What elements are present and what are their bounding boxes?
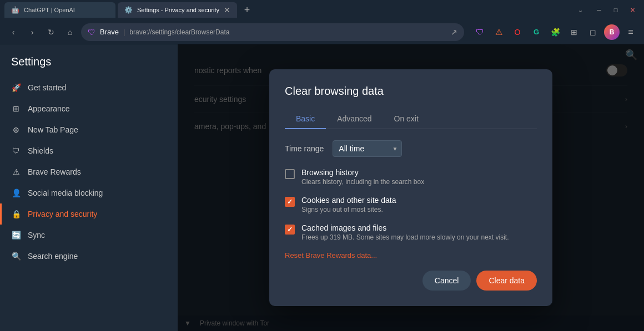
tab-advanced[interactable]: Advanced — [326, 109, 383, 129]
main-content: Settings 🚀 Get started ⊞ Appearance ⊕ Ne… — [0, 44, 644, 331]
cached-images-desc: Frees up 319 MB. Some sites may load mor… — [301, 233, 537, 241]
sidebar-label-sync: Sync — [28, 231, 45, 240]
browsing-history-checkbox[interactable] — [285, 169, 295, 179]
time-range-label: Time range — [285, 144, 324, 153]
sidebar-label-social: Social media blocking — [28, 189, 103, 197]
sidebar-label-appearance: Appearance — [28, 104, 70, 113]
time-range-select-wrapper: Last hour Last 24 hours Last 7 days Last… — [333, 140, 402, 157]
time-range-row: Time range Last hour Last 24 hours Last … — [285, 140, 537, 157]
profile-icon[interactable]: B — [604, 24, 620, 40]
cached-images-checkbox[interactable]: ✓ — [285, 225, 295, 235]
reset-rewards-link[interactable]: Reset Brave Rewards data... — [285, 251, 537, 259]
cancel-button[interactable]: Cancel — [422, 271, 471, 291]
tab-overflow-button[interactable]: ⌄ — [573, 4, 587, 16]
tab-settings-label: Settings - Privacy and security — [137, 7, 219, 13]
time-range-select[interactable]: Last hour Last 24 hours Last 7 days Last… — [333, 140, 402, 157]
tab-basic[interactable]: Basic — [285, 109, 326, 129]
url-bar[interactable]: 🛡 Brave | brave://settings/clearBrowserD… — [81, 23, 464, 41]
appearance-icon: ⊞ — [11, 104, 21, 114]
sidebar-label-search: Search engine — [28, 252, 78, 261]
dialog-buttons: Cancel Clear data — [285, 271, 537, 291]
clear-browsing-data-dialog: Clear browsing data Basic Advanced On ex… — [269, 69, 552, 306]
grammarly-icon[interactable]: G — [529, 24, 544, 40]
sync-icon: 🔄 — [11, 230, 21, 240]
cookies-label: Cookies and other site data — [301, 196, 537, 205]
cached-images-checkmark: ✓ — [287, 226, 293, 233]
sidebar-item-sync[interactable]: 🔄 Sync — [0, 225, 178, 246]
extensions-icon[interactable]: 🧩 — [547, 24, 563, 40]
wallet-icon[interactable]: ◻ — [585, 24, 601, 40]
brave-shield-icon[interactable]: 🛡 — [472, 24, 487, 40]
new-tab-button[interactable]: + — [239, 2, 255, 18]
url-brand: Brave — [100, 28, 119, 36]
forward-button[interactable]: › — [24, 24, 40, 40]
menu-icon[interactable]: ≡ — [623, 24, 638, 40]
cookies-checkmark: ✓ — [287, 198, 293, 206]
rewards-icon: ⚠ — [11, 167, 21, 177]
cached-images-label: Cached images and files — [301, 223, 537, 232]
tab-on-exit[interactable]: On exit — [383, 109, 430, 129]
browsing-history-item: Browsing history Clears history, includi… — [285, 168, 537, 186]
sidebar-label-privacy: Privacy and security — [28, 210, 97, 218]
search-icon: 🔍 — [11, 251, 21, 261]
sidebar-item-social-media[interactable]: 👤 Social media blocking — [0, 182, 178, 203]
new-tab-icon: ⊕ — [11, 125, 21, 135]
cached-images-item: ✓ Cached images and files Frees up 319 M… — [285, 223, 537, 241]
close-window-button[interactable]: ✕ — [625, 4, 640, 16]
dialog-title: Clear browsing data — [285, 85, 537, 98]
sidebar-item-appearance[interactable]: ⊞ Appearance — [0, 98, 178, 119]
privacy-icon: 🔒 — [11, 209, 21, 219]
sidebar-title: Settings — [0, 55, 178, 77]
tab-chatgpt-icon: 🤖 — [11, 6, 19, 14]
home-button[interactable]: ⌂ — [62, 24, 78, 40]
sidebar-item-search-engine[interactable]: 🔍 Search engine — [0, 246, 178, 267]
tab-advanced-label: Advanced — [337, 114, 371, 123]
title-bar: 🤖 ChatGPT | OpenAI ⚙️ Settings - Privacy… — [0, 0, 644, 20]
sidebar-label-shields: Shields — [28, 146, 53, 155]
address-bar: ‹ › ↻ ⌂ 🛡 Brave | brave://settings/clear… — [0, 20, 644, 44]
sidebar-item-shields[interactable]: 🛡 Shields — [0, 140, 178, 161]
reload-button[interactable]: ↻ — [43, 24, 59, 40]
sidebar-item-get-started[interactable]: 🚀 Get started — [0, 77, 178, 98]
cookies-desc: Signs you out of most sites. — [301, 206, 537, 213]
url-address: brave://settings/clearBrowserData — [129, 28, 229, 36]
maximize-button[interactable]: □ — [608, 4, 623, 16]
page-area: nostic reports when ecurity settings › a… — [178, 44, 644, 331]
back-button[interactable]: ‹ — [6, 24, 21, 40]
social-icon: 👤 — [11, 188, 21, 198]
tab-chatgpt-label: ChatGPT | OpenAI — [24, 7, 75, 13]
url-separator: | — [123, 28, 125, 36]
minimize-button[interactable]: ─ — [592, 4, 606, 16]
toolbar-icons: 🛡 ⚠ O G 🧩 ⊞ ◻ B ≡ — [472, 24, 638, 40]
tab-chatgpt[interactable]: 🤖 ChatGPT | OpenAI — [4, 2, 115, 18]
browsing-history-label: Browsing history — [301, 168, 537, 177]
dialog-overlay: Clear browsing data Basic Advanced On ex… — [178, 44, 644, 331]
shields-icon: 🛡 — [11, 146, 21, 156]
tab-basic-label: Basic — [296, 114, 315, 123]
browsing-history-content: Browsing history Clears history, includi… — [301, 168, 537, 186]
browsing-history-desc: Clears history, including in the search … — [301, 178, 537, 186]
sidebar: Settings 🚀 Get started ⊞ Appearance ⊕ Ne… — [0, 44, 178, 331]
sidebar-label-new-tab: New Tab Page — [28, 125, 78, 134]
tab-close-button[interactable]: ✕ — [224, 6, 230, 14]
tab-on-exit-label: On exit — [394, 114, 419, 123]
cookies-checkbox[interactable]: ✓ — [285, 197, 295, 207]
rocket-icon: 🚀 — [11, 83, 21, 93]
tab-settings[interactable]: ⚙️ Settings - Privacy and security ✕ — [118, 2, 237, 18]
sidebar-item-new-tab-page[interactable]: ⊕ New Tab Page — [0, 119, 178, 140]
cookies-item: ✓ Cookies and other site data Signs you … — [285, 196, 537, 213]
tab-settings-icon: ⚙️ — [124, 6, 133, 14]
share-icon: ↗ — [451, 28, 457, 37]
brave-rewards-icon[interactable]: ⚠ — [491, 24, 506, 40]
dialog-tabs: Basic Advanced On exit — [285, 109, 537, 129]
sidebar-item-privacy-security[interactable]: 🔒 Privacy and security — [0, 203, 178, 225]
sidebar-label-rewards: Brave Rewards — [28, 167, 81, 176]
cached-images-content: Cached images and files Frees up 319 MB.… — [301, 223, 537, 241]
sidebar-icon[interactable]: ⊞ — [566, 24, 582, 40]
clear-data-button[interactable]: Clear data — [476, 271, 537, 291]
opera-icon[interactable]: O — [510, 24, 525, 40]
security-icon: 🛡 — [88, 28, 95, 37]
window-controls: ─ □ ✕ — [592, 4, 640, 16]
sidebar-item-brave-rewards[interactable]: ⚠ Brave Rewards — [0, 161, 178, 182]
cookies-content: Cookies and other site data Signs you ou… — [301, 196, 537, 213]
